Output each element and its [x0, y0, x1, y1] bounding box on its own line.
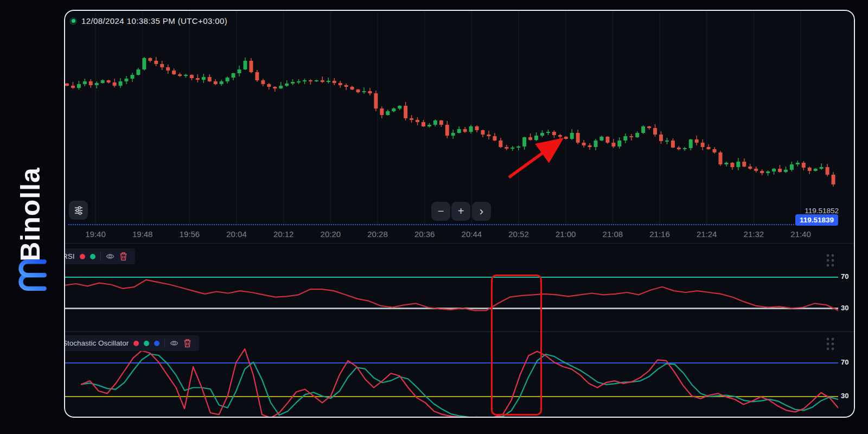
- zoom-out-button[interactable]: −: [431, 202, 450, 221]
- live-dot-icon: [69, 17, 77, 25]
- time-tick-label: 20:20: [313, 229, 348, 239]
- stochastic-title: Stochastic Oscillator: [64, 339, 129, 347]
- time-tick-label: 20:52: [501, 229, 536, 239]
- rsi-drag-handle-icon[interactable]: [825, 253, 837, 269]
- stoch-lower-level-label: 30: [841, 392, 855, 400]
- eye-icon[interactable]: [170, 340, 178, 347]
- separator: [100, 252, 101, 261]
- rsi-upper-level-label: 70: [841, 272, 855, 280]
- trash-icon[interactable]: [119, 252, 127, 261]
- time-tick-label: 21:40: [783, 229, 818, 239]
- trash-icon[interactable]: [183, 339, 192, 348]
- plus-icon: +: [458, 205, 464, 218]
- time-tick-label: 21:24: [690, 229, 724, 239]
- time-tick-label: 21:00: [548, 229, 583, 239]
- time-tick-label: 21:32: [736, 229, 771, 239]
- current-price-line: [68, 224, 812, 225]
- candlestick-chart[interactable]: [64, 10, 838, 227]
- stoch-red-dot-icon: [133, 341, 139, 346]
- rsi-lower-level-label: 30: [841, 304, 855, 312]
- rsi-indicator-header: RSI: [64, 248, 135, 264]
- stoch-drag-handle-icon[interactable]: [825, 336, 837, 353]
- rsi-red-dot-icon: [80, 254, 85, 259]
- binolla-logo-icon: [13, 257, 49, 293]
- chart-timestamp: 12/08/2024 10:38:35 PM (UTC+03:00): [81, 16, 227, 25]
- separator: [164, 339, 165, 348]
- time-tick-label: 20:04: [219, 229, 254, 239]
- time-tick-label: 21:16: [642, 229, 677, 239]
- minus-icon: −: [438, 205, 444, 218]
- time-axis: 19:4019:4819:5620:0420:1220:2020:2820:36…: [64, 227, 838, 243]
- chevron-right-icon: ›: [480, 205, 483, 219]
- current-price-badge: 119.51839: [795, 214, 838, 226]
- rsi-title: RSI: [64, 252, 75, 260]
- screenshot-root: Binolla 12/08/2024 10:38:35 PM (UTC+03:0…: [0, 0, 868, 434]
- chart-container: 12/08/2024 10:38:35 PM (UTC+03:00) 119.5…: [64, 10, 855, 418]
- brand-name: Binolla: [15, 167, 46, 261]
- chart-settings-button[interactable]: [69, 201, 88, 220]
- time-tick-label: 21:08: [595, 229, 630, 239]
- signal-highlight-box: [491, 275, 542, 416]
- time-tick-label: 20:28: [360, 229, 395, 239]
- time-tick-label: 19:40: [78, 229, 113, 239]
- zoom-in-button[interactable]: +: [451, 202, 470, 221]
- sliders-icon: [73, 205, 84, 216]
- time-tick-label: 20:12: [266, 229, 301, 239]
- price-label: 119.51852: [805, 207, 839, 215]
- time-tick-label: 20:44: [454, 229, 489, 239]
- time-tick-label: 19:56: [172, 229, 207, 239]
- eye-icon[interactable]: [106, 253, 114, 260]
- stoch-green-dot-icon: [144, 341, 149, 346]
- panel-divider: [64, 243, 855, 244]
- pan-right-button[interactable]: ›: [472, 202, 491, 221]
- chart-timestamp-row: 12/08/2024 10:38:35 PM (UTC+03:00): [69, 16, 227, 25]
- panel-divider: [64, 331, 855, 332]
- time-tick-label: 19:48: [125, 229, 160, 239]
- stoch-blue-dot-icon: [154, 341, 159, 346]
- stoch-upper-level-label: 70: [841, 358, 855, 366]
- rsi-plot[interactable]: [64, 244, 838, 332]
- time-tick-label: 20:36: [407, 229, 442, 239]
- rsi-green-dot-icon: [90, 254, 95, 259]
- stochastic-indicator-header: Stochastic Oscillator: [64, 335, 199, 351]
